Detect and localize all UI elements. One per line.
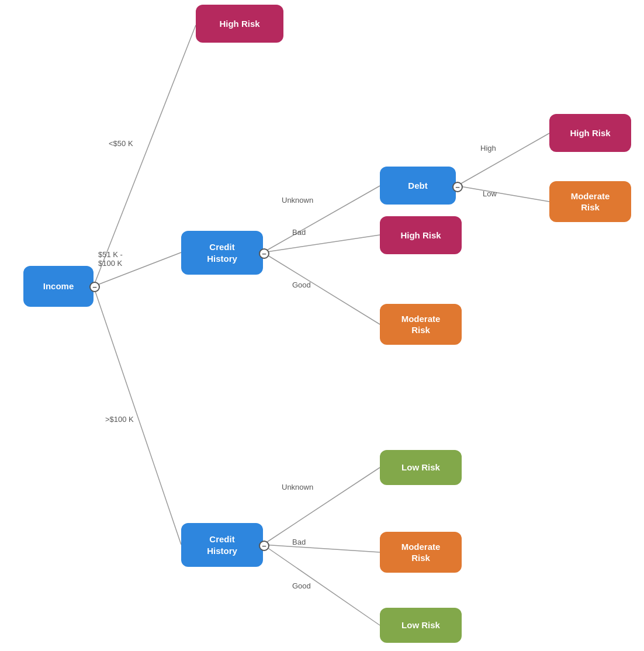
svg-line-9 — [263, 545, 380, 552]
minus-credit-bot: − — [259, 541, 269, 551]
minus-income: − — [89, 282, 100, 292]
low-risk-top-node: Low Risk — [380, 450, 462, 485]
label-bad-bot: Bad — [292, 538, 306, 546]
credit-history-mid-node: CreditHistory — [181, 231, 263, 275]
svg-line-6 — [457, 133, 549, 186]
low-risk-bot-node: Low Risk — [380, 608, 462, 643]
label-more100k: >$100 K — [105, 415, 134, 424]
svg-line-3 — [263, 186, 380, 252]
income-node: Income — [23, 266, 94, 307]
debt-node: Debt — [380, 167, 456, 205]
high-risk-mid-node: High Risk — [380, 216, 462, 254]
label-unknown-bot: Unknown — [282, 483, 313, 491]
high-risk-debt-high-node: High Risk — [549, 114, 631, 152]
label-unknown-mid: Unknown — [282, 196, 313, 205]
label-less50k: <$50 K — [109, 139, 133, 148]
label-high-debt: High — [480, 144, 496, 153]
moderate-risk-debt-low-node: ModerateRisk — [549, 181, 631, 222]
svg-line-5 — [263, 252, 380, 324]
svg-line-8 — [263, 468, 380, 545]
moderate-risk-bot-node: ModerateRisk — [380, 532, 462, 573]
svg-line-7 — [457, 186, 549, 202]
credit-history-bot-node: CreditHistory — [181, 523, 263, 567]
moderate-risk-mid-node: ModerateRisk — [380, 304, 462, 345]
label-good-mid: Good — [292, 281, 311, 289]
svg-line-10 — [263, 545, 380, 625]
minus-debt: − — [452, 182, 463, 192]
svg-line-4 — [263, 235, 380, 252]
label-good-bot: Good — [292, 581, 311, 590]
high-risk-top-node: High Risk — [196, 5, 283, 43]
label-bad-mid: Bad — [292, 228, 306, 237]
svg-line-0 — [94, 25, 196, 286]
label-51k-100k: $51 K -$100 K — [98, 250, 123, 268]
minus-credit-mid: − — [259, 248, 269, 259]
label-low-debt: Low — [483, 189, 497, 198]
